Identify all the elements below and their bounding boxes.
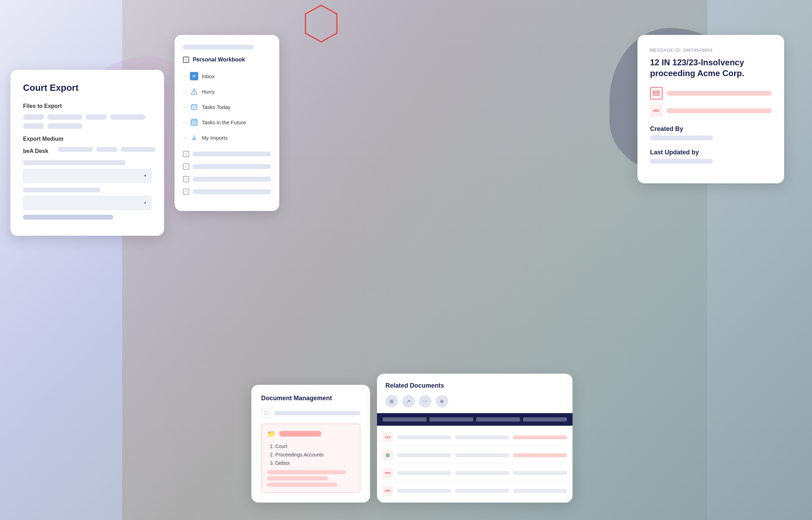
files-row-1 — [23, 114, 152, 120]
ph-attachment-2 — [667, 108, 772, 113]
workbook-section-header: − Personal Workbook — [183, 57, 271, 63]
ph-files-1c — [86, 114, 107, 120]
inbox-icon — [190, 72, 198, 80]
tasks-today-icon — [190, 103, 198, 111]
ph-search — [274, 411, 360, 415]
related-docs-title: Related Documents — [377, 374, 573, 395]
tree-item-imports[interactable]: My Imports — [183, 130, 271, 145]
imports-icon — [190, 133, 198, 142]
ph-row4-col1 — [397, 489, 451, 493]
expand-icon-1[interactable]: + — [183, 151, 189, 157]
folder-header: 📁 — [267, 430, 354, 438]
hurry-label: Hurry — [202, 89, 215, 95]
expand-icon-2[interactable]: + — [183, 163, 189, 170]
excel-icon: ⊞ — [386, 452, 390, 458]
workbook-card: − Personal Workbook Inbox Hurry — [175, 35, 279, 211]
ph-row3-col1 — [397, 471, 451, 475]
collapse-icon[interactable]: − — [183, 57, 189, 63]
hexagon-decoration — [304, 3, 339, 44]
ph-files-1a — [23, 114, 44, 120]
ph-row3-col3 — [513, 471, 567, 475]
folder-item-1[interactable]: 1. Court — [267, 442, 354, 451]
ph-extra-3 — [193, 177, 271, 182]
tree-item-hurry[interactable]: Hurry — [183, 84, 271, 99]
tree-item-inbox[interactable]: Inbox — [183, 68, 271, 84]
attachment-row-pdf: PDF — [650, 104, 772, 117]
svg-rect-7 — [654, 91, 659, 95]
dropdown-2[interactable]: ▾ — [23, 196, 152, 210]
rel-action-2[interactable]: ↗ — [402, 395, 415, 408]
message-detail-card: MESSAGE ID: 34874549854 12 IN 123/23-Ins… — [637, 35, 784, 183]
tasks-future-label: Tasks in the Future — [202, 119, 246, 125]
ph-row2-col3 — [513, 453, 567, 457]
attachment-row-email — [650, 87, 772, 100]
svg-rect-4 — [191, 105, 197, 110]
toggle-1[interactable] — [58, 147, 93, 152]
tree-extra-2: + — [183, 163, 271, 170]
pdf-label-1: PDF — [385, 436, 391, 439]
related-table-body: PDF ⊞ PDF PDF — [377, 426, 573, 503]
chevron-down-icon-2: ▾ — [144, 200, 146, 205]
hurry-icon — [190, 87, 198, 96]
tasks-today-label: Tasks Today — [202, 104, 230, 110]
svg-point-3 — [194, 93, 194, 94]
rel-action-4[interactable]: ⊕ — [436, 395, 448, 408]
ph-dropdown-sub — [23, 188, 100, 192]
table-row: ⊞ — [383, 446, 567, 464]
chevron-down-icon: ▾ — [144, 173, 146, 178]
ph-extra-4 — [193, 189, 271, 194]
ph-folder-sub-1 — [267, 470, 346, 474]
pdf-label-4: PDF — [385, 489, 391, 492]
ph-folder-sub-2 — [267, 476, 328, 481]
bea-row: beA Desk — [23, 147, 152, 155]
expand-icon-4[interactable]: + — [183, 189, 189, 195]
pdf-label: PDF — [653, 109, 659, 112]
related-docs-card: Related Documents ⊞ ↗ ⋯ ⊕ PDF ⊞ — [377, 374, 573, 503]
message-title: 12 IN 123/23-Insolvency proceeding Acme … — [650, 57, 772, 79]
created-by-section: Created By — [650, 125, 772, 140]
dropdown-1[interactable]: ▾ — [23, 169, 152, 183]
ph-extra-1 — [193, 152, 271, 156]
ph-row2-col2 — [455, 453, 509, 457]
toggle-2[interactable] — [96, 147, 117, 152]
bea-label: beA Desk — [23, 148, 54, 154]
tree-item-tasks-future[interactable]: 17 Tasks in the Future — [183, 115, 271, 130]
related-table-header — [377, 413, 573, 426]
ph-row1-col3 — [513, 435, 567, 439]
inbox-label: Inbox — [202, 73, 215, 79]
pdf-row-icon-1: PDF — [383, 432, 393, 442]
folder-item-2-label: 2. Proceedings Accounts — [270, 452, 324, 457]
th-1 — [383, 417, 427, 422]
tree-top-placeholder — [183, 45, 253, 50]
ph-row4-col3 — [513, 489, 567, 493]
ph-row3-col2 — [455, 471, 509, 475]
search-icon[interactable]: ☐ — [261, 408, 271, 418]
ph-attachment-1 — [667, 91, 772, 96]
folder-item-3[interactable]: 3. Debtor — [267, 459, 354, 467]
export-medium-label: Export Medium — [23, 136, 152, 142]
folder-item-2[interactable]: 2. Proceedings Accounts — [267, 451, 354, 459]
email-icon — [650, 87, 663, 100]
pdf-row-icon-4: PDF — [383, 485, 393, 496]
files-label: Files to Export — [23, 103, 152, 109]
created-by-label: Created By — [650, 125, 772, 133]
imports-label: My Imports — [202, 135, 228, 141]
tree-extra-items: + + + + — [183, 151, 271, 195]
rel-action-3[interactable]: ⋯ — [419, 395, 431, 408]
toggle-3[interactable] — [121, 147, 156, 152]
expand-icon-3[interactable]: + — [183, 176, 189, 182]
ph-files-1b — [47, 114, 82, 120]
tree-item-tasks-today[interactable]: Tasks Today — [183, 99, 271, 115]
ph-files-2a — [23, 123, 44, 129]
table-row: PDF — [383, 429, 567, 446]
files-row-2 — [23, 123, 152, 129]
ph-folder-title — [279, 431, 321, 437]
tree-extra-4: + — [183, 189, 271, 195]
folder-section: 📁 1. Court 2. Proceedings Accounts 3. De… — [261, 424, 360, 493]
tasks-future-icon: 17 — [190, 118, 198, 126]
court-export-card: Court Export Files to Export Export Medi… — [10, 70, 164, 236]
ph-row1-col2 — [455, 435, 509, 439]
tree-extra-3: + — [183, 176, 271, 182]
svg-text:17: 17 — [193, 122, 195, 124]
rel-action-1[interactable]: ⊞ — [385, 395, 398, 408]
